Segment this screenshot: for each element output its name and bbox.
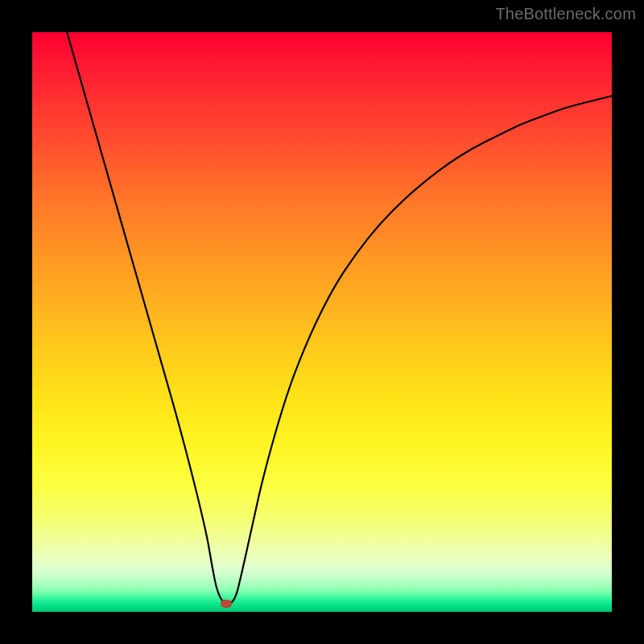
chart-frame: TheBottleneck.com — [0, 0, 644, 644]
optimal-point-marker — [221, 600, 232, 608]
watermark-text: TheBottleneck.com — [495, 5, 636, 23]
plot-area — [32, 32, 612, 612]
bottleneck-curve — [32, 32, 612, 612]
